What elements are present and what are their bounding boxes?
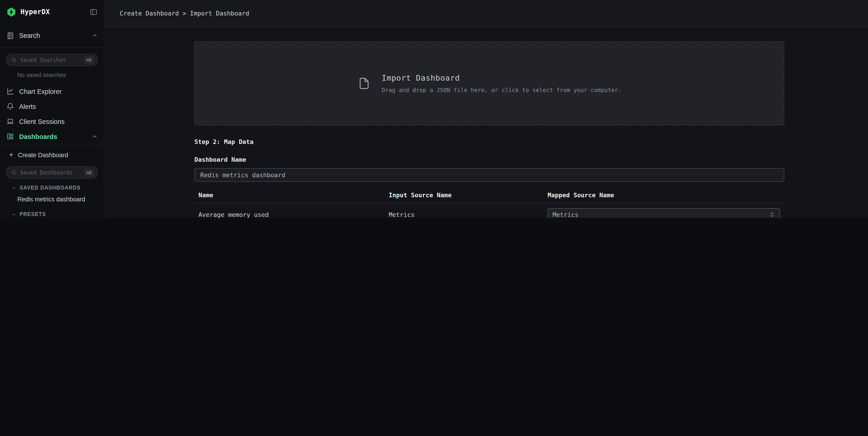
mapped-source-select[interactable]: Metrics (548, 208, 780, 218)
saved-dashboards-header[interactable]: SAVED DASHBOARDS (12, 184, 104, 191)
mapping-table-header: Name Input Source Name Mapped Source Nam… (194, 187, 784, 203)
chevron-down-icon (12, 212, 16, 216)
sidebar-header: HyperDX (0, 0, 104, 24)
collapse-sidebar-icon[interactable] (90, 8, 97, 16)
nav-label: Alerts (19, 103, 36, 110)
select-chevrons-icon (769, 211, 775, 218)
create-dashboard-button[interactable]: + Create Dashboard (0, 145, 104, 165)
bell-icon (6, 103, 14, 110)
sidebar-nav: Chart Explorer Alerts Client Sessions Da… (0, 84, 104, 145)
app-root: HyperDX Search ⌘K No saved searches Char… (0, 0, 868, 218)
search-section-label: Search (19, 32, 40, 39)
create-dashboard-label: Create Dashboard (18, 151, 68, 158)
sidebar-item-alerts[interactable]: Alerts (0, 99, 104, 114)
chevron-up-icon (92, 33, 97, 38)
nav-label: Chart Explorer (19, 88, 62, 95)
dropzone-text: Import Dashboard Drag and drop a JSON fi… (382, 74, 622, 93)
mapping-row: Average memory used Metrics Metrics (194, 203, 784, 218)
dropzone-title: Import Dashboard (382, 74, 622, 83)
input-source-name: Metrics (389, 211, 548, 218)
sidebar-item-dashboards[interactable]: Dashboards (0, 129, 104, 144)
sidebar-section-search[interactable]: Search (0, 24, 104, 48)
column-header-mapped-source: Mapped Source Name (548, 191, 780, 199)
saved-searches-input[interactable] (20, 57, 81, 63)
import-dropzone[interactable]: Import Dashboard Drag and drop a JSON fi… (194, 41, 784, 125)
layout-grid-icon (6, 133, 14, 140)
plus-icon: + (9, 151, 13, 158)
no-saved-searches-text: No saved searches (17, 72, 104, 79)
saved-dashboards-input[interactable] (20, 169, 81, 176)
dropzone-hint: Drag and drop a JSON file here, or click… (382, 87, 622, 93)
selected-value: Metrics (553, 211, 579, 218)
chart-icon (6, 87, 14, 95)
search-icon (11, 170, 17, 175)
saved-searches-searchbox[interactable]: ⌘K (6, 54, 98, 66)
sidebar-item-chart-explorer[interactable]: Chart Explorer (0, 84, 104, 99)
shortcut-badge: ⌘K (84, 168, 94, 177)
chevron-up-icon (92, 134, 97, 139)
laptop-icon (6, 118, 14, 125)
nav-label: Dashboards (19, 133, 57, 140)
main-area: Create Dashboard > Import Dashboard Impo… (104, 0, 868, 218)
brand-name: HyperDX (21, 8, 86, 16)
step-heading: Step 2: Map Data (194, 138, 784, 145)
sidebar: HyperDX Search ⌘K No saved searches Char… (0, 0, 104, 218)
saved-dashboard-item[interactable]: Redis metrics dashboard (0, 193, 104, 205)
chevron-down-icon (12, 186, 16, 190)
import-content: Import Dashboard Drag and drop a JSON fi… (194, 41, 784, 218)
topbar: Create Dashboard > Import Dashboard (104, 0, 868, 27)
presets-header-label: PRESETS (20, 211, 46, 217)
shortcut-badge: ⌘K (84, 56, 94, 64)
file-icon (357, 75, 371, 92)
saved-dashboards-searchbox[interactable]: ⌘K (6, 166, 98, 179)
metric-name: Average memory used (198, 211, 389, 218)
search-icon (11, 57, 17, 63)
dashboard-name-label: Dashboard Name (194, 156, 784, 163)
dashboard-name-input[interactable] (194, 168, 784, 182)
sidebar-item-client-sessions[interactable]: Client Sessions (0, 114, 104, 129)
nav-label: Client Sessions (19, 118, 65, 125)
journal-icon (6, 32, 14, 39)
breadcrumb: Create Dashboard > Import Dashboard (120, 9, 249, 17)
hyperdx-logo-icon (6, 7, 17, 17)
saved-dashboards-header-label: SAVED DASHBOARDS (20, 185, 81, 191)
column-header-name: Name (198, 191, 389, 199)
column-header-input-source: Input Source Name (389, 191, 548, 199)
presets-header[interactable]: PRESETS (12, 210, 104, 218)
